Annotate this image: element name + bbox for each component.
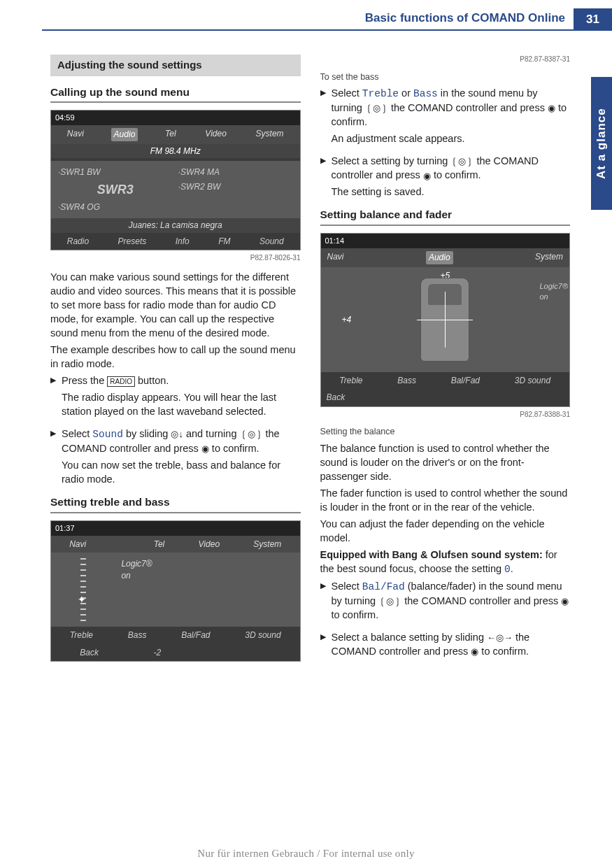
ss3-m-system: System (533, 251, 565, 264)
ss2-b-val: -2 (153, 647, 161, 659)
ss2-ref: P82.87-8387-31 (320, 55, 571, 64)
ss2-logic7: Logic7® (121, 558, 294, 570)
ss3-m-navi: Navi (325, 251, 346, 264)
turn-icon: ❲◎❳ (378, 595, 401, 608)
ss3-b-back: Back (327, 392, 346, 404)
ss2-menu: Navi Tel Video System (51, 536, 300, 553)
press-icon: ◉ (471, 646, 478, 658)
ss2-on: on (121, 570, 294, 582)
ss2-b-treble: Treble (70, 629, 93, 641)
zero-label: 0 (504, 564, 511, 575)
press-icon: ◉ (548, 102, 555, 115)
step-marker-icon: ▶ (320, 154, 332, 201)
balfad-label: Bal/Fad (362, 581, 405, 592)
step6-text: Select a balance setting by sliding ←◎→ … (332, 630, 571, 658)
para-5: You can adjust the fader depending on th… (320, 517, 571, 545)
step5-text: Select Bal/Fad (balance/fader) in the so… (332, 579, 571, 622)
ss3-bottom1: Treble Bass Bal/Fad 3D sound (321, 372, 570, 390)
ss1-time: 04:59 (51, 111, 300, 125)
scale-marker-icon: ✦ (78, 593, 86, 606)
ss1-st-2: ·SWR4 MA (176, 165, 296, 180)
ss3-side: Logic7® on (539, 281, 568, 302)
ss2-b-balfad: Bal/Fad (181, 629, 210, 641)
ss2-right: Logic7® on (115, 553, 299, 627)
ss1-bottom: Radio Presets Info FM Sound (51, 233, 300, 250)
ss3-b-treble: Treble (339, 375, 362, 387)
ss3-on: on (539, 292, 568, 302)
ss2-scale-area: ✦ (51, 553, 115, 627)
ss2-b-bass: Bass (128, 629, 147, 641)
ss1-track: Juanes: La camisa negra (51, 218, 300, 233)
ss3-logic7: Logic7® (539, 281, 568, 292)
ss3-b-balfad: Bal/Fad (451, 375, 480, 387)
ss2-m-system: System (251, 539, 283, 550)
step-select-setting: ▶ Select a setting by turning ❲◎❳ the CO… (320, 154, 571, 201)
page-number: 31 (574, 8, 612, 31)
main-content: Adjusting the sound settings Calling up … (50, 55, 570, 826)
press-icon: ◉ (561, 595, 569, 608)
ss1-st-3: ·SWR2 BW (176, 180, 296, 200)
press-icon: ◉ (423, 170, 431, 183)
ss1-menu-tel: Tel (163, 128, 178, 141)
slide-lr-icon: ←◎→ (487, 632, 513, 644)
ss2-bottom1: Treble Bass Bal/Fad 3D sound (51, 627, 300, 644)
ss3-b-3d: 3D sound (515, 375, 550, 387)
ss1-freq: FM 98.4 MHz (51, 144, 300, 159)
para-6: Equipped with Bang & Olufsen sound syste… (320, 548, 571, 576)
ss1-st-4: ·SWR4 OG (55, 200, 176, 215)
sound-label: Sound (92, 429, 123, 440)
turn-icon: ❲◎❳ (365, 102, 388, 115)
ss1-menu-audio: Audio (111, 128, 138, 141)
ss2-m-navi: Navi (67, 539, 88, 550)
step3-text: Select Treble or Bass in the sound menu … (332, 86, 571, 129)
ss2-bottom2: Back -2 (51, 644, 300, 662)
step4-result: The setting is saved. (332, 185, 571, 199)
radio-button-label: RADIO (107, 376, 135, 387)
ss1-b-radio: Radio (67, 236, 89, 248)
ss3-m-audio: Audio (426, 251, 453, 264)
caption-bass: To set the bass (320, 71, 571, 83)
para-2: The example describes how to call up the… (50, 343, 301, 371)
press-icon: ◉ (201, 443, 209, 455)
subheading-sound-menu: Calling up the sound menu (50, 85, 301, 103)
screenshot-bass: 01:37 Navi Tel Video System ✦ Logic7® on… (50, 520, 301, 662)
step2-text: Select Sound by sliding ◎↓ and turning ❲… (62, 427, 301, 455)
ss1-st-1: ·SWR1 BW (55, 165, 176, 180)
ss1-b-sound: Sound (259, 236, 284, 248)
treble-label: Treble (362, 88, 399, 99)
footer-watermark: Nur für internen Gebrauch / For internal… (0, 848, 612, 860)
step1-result: The radio display appears. You will hear… (62, 390, 301, 418)
ss2-time: 01:37 (51, 521, 300, 536)
subheading-balance-fader: Setting balance and fader (320, 207, 571, 225)
ss1-menu-system: System (254, 128, 286, 141)
side-tab: At a glance (591, 77, 612, 210)
caption-balance: Setting the balance (320, 426, 571, 438)
ss3-time: 01:14 (321, 234, 570, 248)
step4-text: Select a setting by turning ❲◎❳ the COMA… (332, 154, 571, 182)
ss1-b-presets: Presets (118, 236, 147, 248)
ss1-menu-video: Video (203, 128, 228, 141)
ss3-left-val: +4 (342, 313, 352, 325)
ss2-m-video: Video (197, 539, 222, 550)
ss3-bottom2: Back (321, 389, 570, 406)
para-4: The fader function is used to control wh… (320, 486, 571, 514)
step-press-radio: ▶ Press the RADIO button. The radio disp… (50, 373, 301, 421)
screenshot-balance: 01:14 Navi Audio System +5 +4 Logic7® on… (320, 233, 571, 407)
step-select-treble-bass: ▶ Select Treble or Bass in the sound men… (320, 86, 571, 148)
ss3-body: +5 +4 Logic7® on (321, 267, 570, 372)
step-marker-icon: ▶ (320, 630, 332, 661)
ss2-m-blank (118, 539, 122, 550)
ss1-ref: P82.87-8026-31 (50, 253, 301, 263)
ss3-b-bass: Bass (397, 375, 416, 387)
crosshair-icon (417, 292, 473, 348)
turn-icon: ❲◎❳ (240, 428, 263, 441)
ss1-menu: Navi Audio Tel Video System (51, 125, 300, 144)
step1-text: Press the RADIO button. (62, 373, 301, 387)
screenshot-radio: 04:59 Navi Audio Tel Video System FM 98.… (50, 110, 301, 250)
car-icon (420, 278, 469, 362)
bass-label: Bass (413, 88, 438, 99)
ss1-stations: ·SWR1 BW ·SWR4 MA SWR3 ·SWR2 BW ·SWR4 OG (55, 165, 296, 214)
header-title: Basic functions of COMAND Online (42, 8, 574, 31)
step-marker-icon: ▶ (50, 373, 62, 421)
step-select-balfad: ▶ Select Bal/Fad (balance/fader) in the … (320, 579, 571, 625)
